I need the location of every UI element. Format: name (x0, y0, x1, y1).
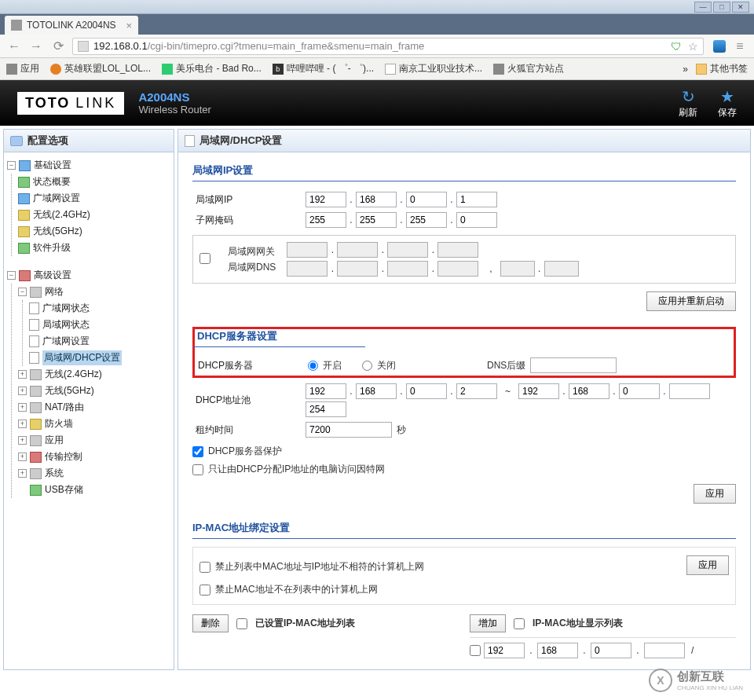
tree-usb[interactable]: USB存储 (18, 482, 170, 498)
apps-bookmark[interactable]: 应用 (6, 62, 39, 75)
pool-e4[interactable] (669, 383, 710, 399)
tab-close-icon[interactable]: × (126, 20, 132, 31)
dhcp-only-checkbox[interactable] (192, 464, 203, 475)
mask-2[interactable] (356, 212, 397, 228)
tree-lan-dhcp[interactable]: 局域网/DHCP设置 (29, 350, 170, 366)
collapse-icon[interactable]: − (7, 271, 16, 280)
pool-e3[interactable] (619, 383, 660, 399)
expand-icon[interactable]: + (18, 403, 27, 412)
pool-s1[interactable] (306, 383, 346, 399)
mask-3[interactable] (406, 212, 447, 228)
dhcp-apply-button[interactable]: 应用 (694, 484, 736, 504)
shield-icon[interactable]: 🛡 (671, 40, 682, 53)
tree-apps[interactable]: +应用 (18, 432, 170, 449)
tree-adv-wifi24[interactable]: +无线(2.4GHz) (18, 366, 170, 383)
dns1-2 (337, 261, 378, 277)
gateway-enable-checkbox[interactable] (199, 253, 210, 264)
bookmark-njpi[interactable]: 南京工业职业技术... (385, 62, 482, 75)
router-header: TOTO LINK A2004NS Wireless Router ↻刷新 ★保… (0, 80, 754, 126)
lan-ip-4[interactable] (456, 192, 497, 207)
dhcp-on-radio[interactable] (308, 361, 318, 371)
tree-wan-status[interactable]: 广域网状态 (29, 300, 170, 317)
expand-icon[interactable]: + (18, 453, 27, 461)
deny-notinlist-checkbox[interactable] (199, 585, 210, 596)
tree-wan-setting[interactable]: 广域网设置 (29, 333, 170, 350)
collapse-icon[interactable]: − (7, 161, 16, 170)
usb-icon (30, 485, 42, 496)
bookmark-star-icon[interactable]: ☆ (688, 40, 698, 53)
back-button[interactable]: ← (6, 38, 22, 54)
tree-nat[interactable]: +NAT/路由 (18, 399, 170, 416)
bookmark-bili[interactable]: b哔哩哔哩 - ( ゜- ゜)... (273, 62, 374, 75)
tree-traffic[interactable]: +传输控制 (18, 449, 170, 465)
tree-wifi24[interactable]: 无线(2.4GHz) (18, 207, 170, 223)
bookmark-lol[interactable]: 英雄联盟LOL_LOL... (50, 62, 151, 75)
expand-icon[interactable]: + (18, 387, 27, 395)
pool-s2[interactable] (356, 383, 397, 399)
pool-extra[interactable] (306, 401, 346, 417)
pool-s4[interactable] (456, 383, 497, 399)
add-button[interactable]: 增加 (470, 614, 506, 632)
apply-restart-button[interactable]: 应用并重新启动 (646, 291, 736, 311)
sidebar-header: 配置选项 (4, 130, 174, 152)
row-ip-2[interactable] (537, 643, 578, 658)
bookmark-overflow[interactable]: » (683, 64, 688, 75)
dns-suffix-input[interactable] (530, 357, 617, 373)
bookmark-firefox[interactable]: 火狐官方站点 (493, 62, 564, 75)
row-ip-3[interactable] (591, 643, 631, 658)
tree-network[interactable]: −网络 (18, 284, 170, 300)
model-name: A2004NS (138, 90, 210, 104)
expand-icon[interactable]: + (18, 370, 27, 379)
delete-button[interactable]: 删除 (192, 614, 229, 632)
tree-lan-status[interactable]: 局域网状态 (29, 317, 170, 333)
pool-e1[interactable] (518, 383, 559, 399)
tree-firewall[interactable]: +防火墙 (18, 416, 170, 432)
extension-icon[interactable] (713, 40, 726, 53)
collapse-icon[interactable]: − (18, 288, 27, 296)
pool-e2[interactable] (569, 383, 609, 399)
expand-icon[interactable]: + (18, 436, 27, 445)
tree-wan[interactable]: 广域网设置 (18, 190, 170, 207)
row-ip-1[interactable] (484, 643, 525, 658)
lan-ip-1[interactable] (306, 192, 346, 207)
expand-icon[interactable]: + (18, 469, 27, 478)
minimize-button[interactable]: — (694, 2, 712, 13)
dhcp-protect-checkbox[interactable] (192, 446, 203, 457)
tree-adv-wifi5[interactable]: +无线(5GHz) (18, 383, 170, 399)
url-input[interactable]: 192.168.0.1/cgi-bin/timepro.cgi?tmenu=ma… (72, 38, 704, 55)
window-titlebar: — □ ✕ (0, 0, 754, 14)
save-button[interactable]: ★保存 (718, 87, 737, 119)
mask-4[interactable] (456, 212, 497, 228)
tree-basic[interactable]: −基础设置 (7, 157, 170, 174)
tree-status[interactable]: 状态概要 (18, 174, 170, 190)
mask-1[interactable] (306, 212, 346, 228)
deny-unmatched-checkbox[interactable] (199, 562, 210, 573)
lease-input[interactable] (306, 422, 392, 438)
star-save-icon: ★ (718, 87, 737, 106)
reload-button[interactable]: ⟳ (50, 38, 66, 54)
row-checkbox[interactable] (470, 645, 481, 656)
pool-s3[interactable] (406, 383, 447, 399)
tree-upgrade[interactable]: 软件升级 (18, 240, 170, 256)
refresh-button[interactable]: ↻刷新 (679, 87, 697, 119)
tree-wifi5[interactable]: 无线(5GHz) (18, 223, 170, 240)
forward-button[interactable]: → (28, 38, 44, 54)
page-icon (29, 302, 39, 314)
menu-icon[interactable]: ≡ (732, 38, 748, 54)
tree-system[interactable]: +系统 (18, 465, 170, 482)
maximize-button[interactable]: □ (713, 2, 730, 13)
lan-ip-3[interactable] (406, 192, 447, 207)
row-ip-4[interactable] (644, 643, 685, 658)
other-bookmarks[interactable]: 其他书签 (696, 62, 748, 75)
close-window-button[interactable]: ✕ (732, 2, 749, 13)
browser-tab[interactable]: TOTOLINK A2004NS × (5, 16, 138, 35)
bookmark-music[interactable]: 美乐电台 - Bad Ro... (162, 62, 262, 75)
set-list-title: 已设置IP-MAC地址列表 (255, 617, 355, 630)
set-list-all-checkbox[interactable] (236, 618, 247, 629)
lan-ip-2[interactable] (356, 192, 397, 207)
ipmac-apply-button[interactable]: 应用 (686, 555, 729, 575)
expand-icon[interactable]: + (18, 420, 27, 428)
tree-advanced[interactable]: −高级设置 (7, 267, 170, 284)
dhcp-off-radio[interactable] (362, 361, 372, 371)
display-list-all-checkbox[interactable] (514, 618, 525, 629)
